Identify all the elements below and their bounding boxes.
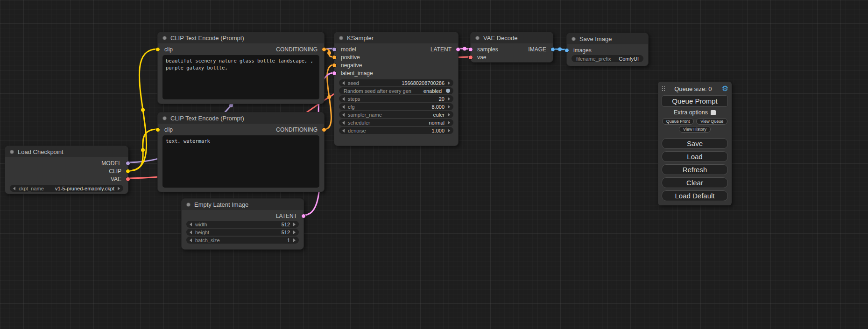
link-dot [463, 47, 466, 51]
denoise-widget[interactable]: denoise 1.000 [339, 127, 453, 134]
node-save-image[interactable]: Save Image images filename_prefix ComfyU… [566, 33, 649, 66]
increment-arrow-icon[interactable] [448, 97, 450, 101]
filename-prefix-widget[interactable]: filename_prefix ComfyUI [572, 55, 643, 62]
increment-arrow-icon[interactable] [448, 81, 450, 85]
clear-button[interactable]: Clear [662, 177, 728, 188]
negative-input-port[interactable] [332, 63, 337, 68]
collapse-dot[interactable] [339, 36, 343, 40]
clip-input-port[interactable] [155, 127, 160, 132]
vae-input-port[interactable] [468, 55, 473, 60]
queue-front-button[interactable]: Queue Front [662, 118, 694, 125]
node-ksampler[interactable]: KSampler model LATENT positive negative … [334, 32, 459, 146]
load-default-button[interactable]: Load Default [662, 190, 728, 201]
increment-arrow-icon[interactable] [448, 129, 450, 133]
conditioning-output-port[interactable] [322, 47, 326, 52]
latent-image-input-port[interactable] [332, 71, 337, 76]
increment-arrow-icon[interactable] [118, 187, 120, 190]
decrement-arrow-icon[interactable] [342, 81, 345, 85]
collapse-dot[interactable] [10, 150, 14, 154]
clip-input-port[interactable] [155, 47, 160, 52]
link-dot [141, 108, 145, 112]
increment-arrow-icon[interactable] [293, 238, 296, 242]
increment-arrow-icon[interactable] [448, 121, 450, 125]
width-widget[interactable]: width 512 [186, 221, 299, 228]
slot-label: samples [477, 46, 498, 53]
node-empty-latent-image[interactable]: Empty Latent Image LATENT width 512 heig… [181, 198, 304, 250]
height-widget[interactable]: height 512 [186, 229, 299, 236]
node-clip-text-encode-positive[interactable]: CLIP Text Encode (Prompt) clip CONDITION… [157, 32, 325, 104]
view-queue-button[interactable]: View Queue [696, 118, 727, 125]
widget-value: 8.000 [431, 104, 445, 110]
latent-output-port[interactable] [456, 47, 460, 52]
queue-size-label: Queue size: 0 [664, 85, 722, 92]
widget-label: filename_prefix [576, 56, 611, 62]
widget-label: height [195, 230, 209, 235]
increment-arrow-icon[interactable] [293, 231, 296, 234]
positive-input-port[interactable] [332, 55, 337, 60]
wire-clip-positive [128, 49, 157, 171]
vae-output-port[interactable] [126, 177, 130, 182]
conditioning-output-port[interactable] [322, 127, 326, 132]
seed-widget[interactable]: seed 156680208700286 [339, 79, 453, 86]
increment-arrow-icon[interactable] [448, 113, 450, 117]
collapse-dot[interactable] [572, 37, 576, 41]
decrement-arrow-icon[interactable] [13, 187, 15, 190]
decrement-arrow-icon[interactable] [190, 231, 192, 234]
decrement-arrow-icon[interactable] [342, 121, 345, 125]
scheduler-widget[interactable]: scheduler normal [339, 119, 453, 126]
refresh-button[interactable]: Refresh [662, 164, 728, 175]
drag-handle-icon[interactable] [662, 86, 663, 87]
view-history-button[interactable]: View History [679, 126, 711, 133]
save-button[interactable]: Save [662, 138, 728, 149]
slot-label: clip [164, 46, 173, 53]
latent-output-port[interactable] [301, 214, 306, 218]
queue-prompt-button[interactable]: Queue Prompt [662, 95, 728, 107]
decrement-arrow-icon[interactable] [342, 97, 345, 101]
node-graph-canvas[interactable]: Load Checkpoint MODEL CLIP VAE ckpt_name… [0, 0, 868, 329]
collapse-dot[interactable] [162, 36, 167, 40]
slot-label: LATENT [276, 213, 297, 219]
positive-prompt-textarea[interactable]: beautiful scenery nature glass bottle la… [162, 55, 319, 99]
slot-label: images [573, 47, 592, 54]
widget-value: 156680208700286 [402, 80, 445, 86]
widget-value: enabled [423, 88, 442, 94]
slot-label: CLIP [109, 168, 121, 175]
slot-label: negative [341, 62, 362, 69]
toggle-knob-icon[interactable] [446, 89, 450, 93]
node-vae-decode[interactable]: VAE Decode samples IMAGE vae [470, 32, 553, 63]
collapse-dot[interactable] [186, 203, 191, 207]
collapse-dot[interactable] [162, 116, 167, 120]
samples-input-port[interactable] [468, 47, 473, 52]
collapse-dot[interactable] [475, 36, 480, 40]
node-title-bar: CLIP Text Encode (Prompt) [158, 112, 324, 124]
sampler-name-widget[interactable]: sampler_name euler [339, 111, 453, 118]
negative-prompt-textarea[interactable]: text, watermark [162, 135, 319, 188]
cfg-widget[interactable]: cfg 8.000 [339, 103, 453, 110]
node-title: Empty Latent Image [194, 201, 248, 208]
node-clip-text-encode-negative[interactable]: CLIP Text Encode (Prompt) clip CONDITION… [157, 112, 325, 192]
settings-gear-icon[interactable]: ⚙ [722, 85, 728, 92]
widget-label: seed [348, 80, 359, 86]
images-input-port[interactable] [565, 48, 569, 53]
model-output-port[interactable] [126, 161, 130, 166]
decrement-arrow-icon[interactable] [342, 105, 345, 109]
increment-arrow-icon[interactable] [293, 223, 296, 226]
slot-label: model [341, 46, 356, 53]
decrement-arrow-icon[interactable] [342, 113, 345, 117]
decrement-arrow-icon[interactable] [342, 129, 345, 133]
widget-label: sampler_name [348, 112, 382, 118]
increment-arrow-icon[interactable] [448, 105, 450, 109]
model-input-port[interactable] [332, 47, 337, 52]
extra-options-checkbox[interactable] [711, 110, 716, 115]
clip-output-port[interactable] [126, 169, 130, 174]
batch-size-widget[interactable]: batch_size 1 [186, 237, 299, 244]
ckpt-name-widget[interactable]: ckpt_name v1-5-pruned-emaonly.ckpt [10, 185, 123, 192]
image-output-port[interactable] [550, 47, 555, 52]
steps-widget[interactable]: steps 20 [339, 95, 453, 102]
random-seed-toggle-widget[interactable]: Random seed after every gen enabled [339, 87, 453, 94]
load-button[interactable]: Load [662, 151, 728, 162]
decrement-arrow-icon[interactable] [190, 238, 192, 242]
slot-label: clip [164, 126, 173, 133]
node-load-checkpoint[interactable]: Load Checkpoint MODEL CLIP VAE ckpt_name… [5, 146, 128, 194]
decrement-arrow-icon[interactable] [190, 223, 192, 226]
